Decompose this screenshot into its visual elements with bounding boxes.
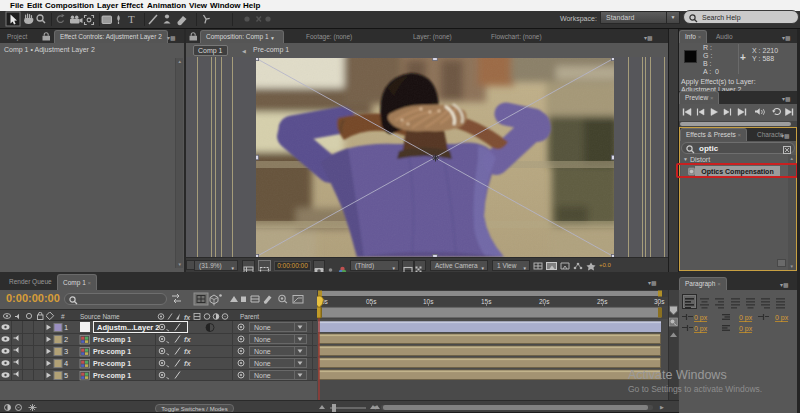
svg-text:30s: 30s [654, 298, 665, 305]
svg-text:Pre-comp 1: Pre-comp 1 [93, 336, 131, 344]
svg-text:fx: fx [184, 347, 191, 356]
svg-text:Adjustm...Layer 2: Adjustm...Layer 2 [97, 323, 160, 332]
svg-text:Pre-comp 1: Pre-comp 1 [93, 372, 131, 380]
svg-text:Pre-comp 1: Pre-comp 1 [93, 360, 131, 368]
svg-text:fx: fx [184, 335, 191, 344]
svg-text:fx: fx [184, 359, 191, 368]
svg-text:T: T [128, 13, 135, 25]
svg-text:2: 2 [64, 335, 68, 344]
svg-text:3: 3 [64, 347, 68, 356]
svg-text:1: 1 [64, 323, 68, 332]
svg-text:4: 4 [64, 359, 68, 368]
svg-text:Pre-comp 1: Pre-comp 1 [93, 348, 131, 356]
svg-text:fx: fx [184, 313, 191, 320]
svg-text:5: 5 [64, 371, 68, 380]
svg-text:None: None [254, 324, 271, 331]
